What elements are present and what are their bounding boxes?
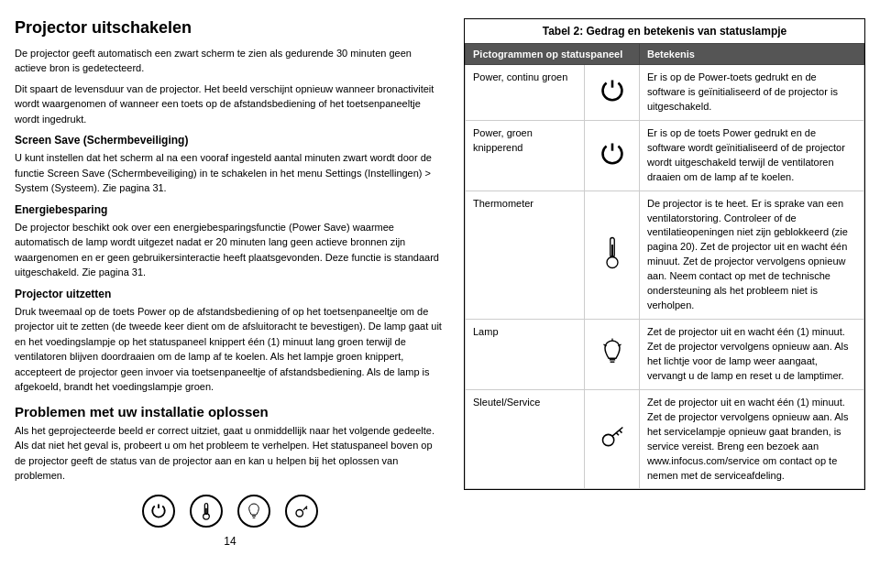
- table-row-label-1: Power, groen knipperend: [466, 120, 585, 191]
- left-column: Projector uitschakelen De projector geef…: [15, 18, 446, 570]
- section3-text: Druk tweemaal op de toets Power op de af…: [15, 304, 446, 395]
- table-row-label-4: Sleutel/Service: [466, 389, 585, 489]
- table-row-label-0: Power, continu groen: [466, 65, 585, 121]
- status-table: Pictogrammen op statuspaneel Betekenis P…: [465, 43, 864, 489]
- table-row-meaning-1: Er is op de toets Power gedrukt en de so…: [640, 120, 864, 191]
- bottom-icons-row: [15, 495, 446, 528]
- bottom-key-icon: [285, 495, 318, 528]
- section2-text: De projector beschikt ook over een energ…: [15, 220, 446, 280]
- right-column: Tabel 2: Gedrag en betekenis van statusl…: [464, 18, 865, 570]
- section2-title: Energiebesparing: [15, 203, 446, 216]
- status-table-container: Tabel 2: Gedrag en betekenis van statusl…: [464, 18, 865, 490]
- table-row-meaning-2: De projector is te heet. Er is sprake va…: [640, 191, 864, 320]
- page-title: Projector uitschakelen: [15, 18, 446, 38]
- intro-p1: De projector geeft automatisch een zwart…: [15, 46, 446, 76]
- table-row-icon-1: [585, 120, 640, 191]
- table-row-meaning-0: Er is op de Power-toets gedrukt en de so…: [640, 65, 864, 121]
- table-row-icon-2: [585, 191, 640, 320]
- section1-title: Screen Save (Schermbeveiliging): [15, 134, 446, 147]
- bottom-thermometer-icon: [190, 495, 223, 528]
- table-row-icon-0: [585, 65, 640, 121]
- col1-header: Pictogrammen op statuspaneel: [466, 44, 640, 65]
- table-row-meaning-4: Zet de projector uit en wacht één (1) mi…: [640, 389, 864, 489]
- table-row-label-2: Thermometer: [466, 191, 585, 320]
- table-row-label-3: Lamp: [466, 320, 585, 390]
- section1-text: U kunt instellen dat het scherm al na ee…: [15, 150, 446, 196]
- page-container: Projector uitschakelen De projector geef…: [0, 0, 880, 588]
- svg-point-7: [607, 256, 618, 267]
- svg-line-17: [616, 433, 619, 436]
- intro-p2: Dit spaart de levensduur van de projecto…: [15, 82, 446, 127]
- section3-title: Projector uitzetten: [15, 288, 446, 300]
- section4-title: Problemen met uw installatie oplossen: [15, 404, 446, 419]
- svg-point-14: [602, 435, 613, 446]
- col2-header: Betekenis: [640, 44, 864, 65]
- svg-line-16: [619, 430, 622, 433]
- page-number: 14: [15, 535, 446, 548]
- table-row-meaning-3: Zet de projector uit en wacht één (1) mi…: [640, 320, 864, 390]
- table-title: Tabel 2: Gedrag en betekenis van statusl…: [465, 19, 864, 43]
- table-row-icon-4: [585, 389, 640, 489]
- table-row-icon-3: [585, 320, 640, 390]
- bottom-power-icon: [142, 495, 175, 528]
- bottom-lamp-icon: [237, 495, 270, 528]
- svg-point-5: [296, 509, 303, 517]
- section4-text1: Als het geprojecteerde beeld er correct …: [15, 423, 446, 484]
